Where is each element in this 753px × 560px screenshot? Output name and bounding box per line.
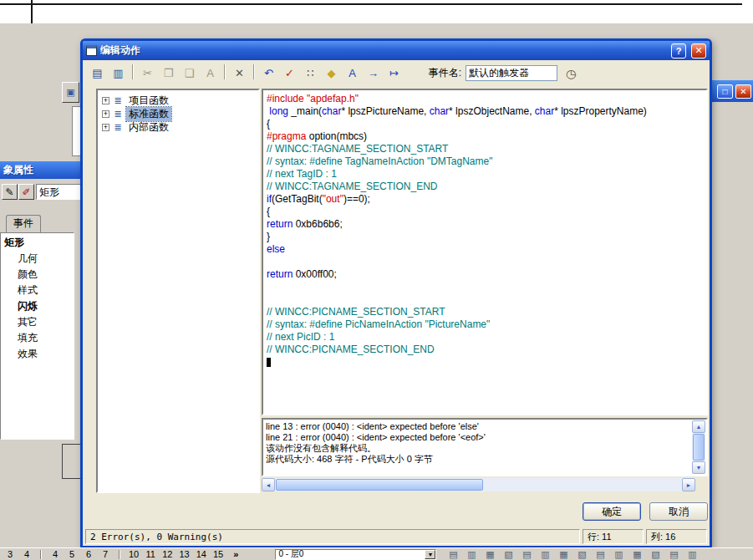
close-icon[interactable]: ✕ [735,84,751,99]
code-line: // WINCC:TAGNAME_SECTION_START [267,143,703,155]
property-category[interactable]: 样式 [1,283,74,298]
background-toolbar-icon[interactable]: ▣ [62,82,79,103]
layer-button[interactable]: 10 [129,549,139,559]
layer-button[interactable]: 7 [100,549,110,559]
error-message: 源代码大小: 468 字符 - P代码大小 0 字节 [266,454,690,465]
palette-icon[interactable]: ▥ [538,549,552,560]
object-select-combo[interactable]: 矩形 [36,184,81,200]
status-column-indicator: 列: 16 [646,529,707,544]
undo-icon[interactable]: ↶ [259,64,278,83]
property-category[interactable]: 填充 [1,330,74,346]
paste-icon[interactable]: ❑ [180,64,199,83]
function-tree[interactable]: +≣项目函数+≣标准函数+≣内部函数 [96,89,260,493]
layer-button[interactable]: 15 [213,549,223,559]
palette-icon[interactable]: ▥ [465,549,478,560]
code-line [267,281,703,293]
object-cube-icon[interactable]: ◆ [322,64,341,83]
tag-dialog-icon[interactable]: ∷ [301,64,320,83]
layer-button[interactable]: 13 [180,549,190,559]
code-line: { [267,206,703,218]
code-token: // next TagID : 1 [267,168,337,180]
palette-icon[interactable]: ▦ [483,549,496,560]
code-token: // WINCC:PICNAME_SECTION_START [267,306,445,318]
palette-icon[interactable]: ▥ [612,549,625,560]
expand-icon[interactable]: + [102,124,109,131]
palette-icon[interactable]: ▤ [593,549,607,560]
scroll-right-icon[interactable]: ► [682,478,695,491]
code-line: return 0x00ff00; [267,268,703,281]
palette-icon[interactable]: ▤ [446,549,460,560]
event-name-input[interactable] [466,65,557,81]
action-info-icon[interactable]: ▥ [109,64,128,83]
layer-button[interactable]: 4 [22,549,32,559]
palette-icon[interactable]: ▥ [685,549,699,560]
background-window-body [706,102,753,539]
layer-button[interactable]: 11 [145,549,155,559]
palette-icon[interactable]: ▧ [575,549,588,560]
export-action-icon[interactable]: ↦ [384,64,404,83]
pen-alt-icon[interactable]: ✐ [18,184,34,200]
palette-icon[interactable]: ▦ [630,549,644,560]
property-category[interactable]: 闪烁 [1,298,74,314]
layer-button[interactable]: 12 [162,549,172,559]
pen-icon[interactable]: ✎ [2,184,18,200]
property-category[interactable]: 其它 [1,314,74,330]
property-category[interactable]: 几何 [1,251,74,267]
layer-select-combo[interactable]: 0 - 层0 ▼ [275,549,436,560]
scroll-left-icon[interactable]: ◄ [262,478,275,491]
property-category[interactable]: 颜色 [1,267,74,283]
cut-icon[interactable]: ✂ [138,64,157,83]
palette-icon[interactable]: ▧ [649,549,662,560]
palette-icon[interactable]: ▧ [501,549,515,560]
font-icon[interactable]: A [343,64,362,83]
palette-icon[interactable]: ▦ [557,549,570,560]
tree-item[interactable]: +≣标准函数 [99,107,257,120]
help-button[interactable]: ? [671,43,686,59]
expand-icon[interactable]: + [102,97,109,104]
code-line: // next PicID : 1 [267,331,703,344]
layer-button[interactable]: 14 [196,549,206,559]
dialog-titlebar[interactable]: 编辑动作 ? ✕ [83,41,710,60]
maximize-icon[interactable]: □ [717,84,733,99]
code-line: return 0xb6b6b6; [267,218,703,231]
tree-item[interactable]: +≣内部函数 [99,120,257,134]
code-token: // WINCC:PICNAME_SECTION_END [267,344,435,355]
layer-button[interactable]: 6 [84,549,94,559]
screen: ▣ 象属性 ✎ ✐ 矩形 事件 矩形几何颜色样式闪烁其它填充效果 □ ✕ 编辑动… [0,0,753,560]
layer-overflow[interactable]: » [233,549,238,559]
palette-icon[interactable]: ▤ [520,549,533,560]
action-attach-icon[interactable]: ▤ [88,64,107,83]
code-line [267,256,703,268]
layer-button[interactable]: 5 [67,549,77,559]
expand-icon[interactable]: + [102,110,109,118]
layer-button[interactable]: 3 [5,549,15,559]
tree-item[interactable]: +≣项目函数 [99,94,257,107]
ok-button[interactable]: 确定 [583,502,641,521]
replace-icon[interactable]: A [201,64,220,83]
property-category[interactable]: 效果 [1,346,74,362]
toolbar-icons: ▤▥✂❐❑A✕↶✓∷◆A→↦ [87,64,404,83]
delete-icon[interactable]: ✕ [230,64,249,83]
layer-button[interactable]: 4 [50,549,60,559]
error-vertical-scrollbar[interactable]: ▲ ▼ [692,420,705,474]
code-token: else [267,243,285,255]
horizontal-scrollbar[interactable]: ◄ ► [262,478,695,491]
separator [119,550,120,559]
text-cursor [267,358,271,367]
chevron-down-icon[interactable]: ▼ [425,550,435,559]
scroll-up-icon[interactable]: ▲ [692,420,705,433]
trigger-icon[interactable]: ◷ [562,64,580,83]
close-button[interactable]: ✕ [691,43,706,59]
code-token: "out" [323,193,343,205]
palette-icon[interactable]: ▤ [667,549,680,560]
copy-icon[interactable]: ❐ [159,64,178,83]
tab-events[interactable]: 事件 [6,215,41,232]
scroll-thumb[interactable] [693,434,705,461]
code-editor[interactable]: #include "apdefap.h" long _main(char* lp… [262,89,708,415]
scroll-thumb[interactable] [276,479,483,491]
toolbar-separator [253,64,255,79]
check-syntax-icon[interactable]: ✓ [280,64,299,83]
import-action-icon[interactable]: → [364,64,383,83]
cancel-button[interactable]: 取消 [649,502,708,521]
scroll-down-icon[interactable]: ▼ [692,461,705,474]
